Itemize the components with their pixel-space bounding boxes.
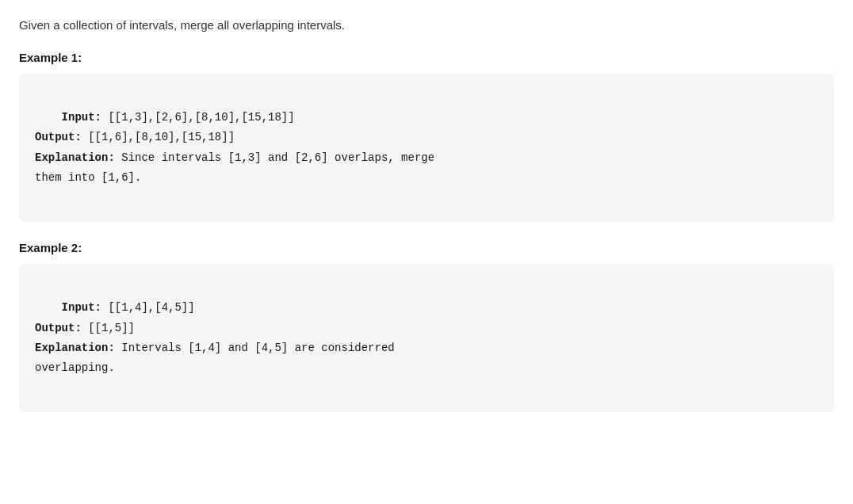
example1-section: Example 1: Input: [[1,3],[2,6],[8,10],[1… <box>19 51 834 222</box>
example2-input-label: Input: <box>62 301 101 314</box>
example1-heading: Example 1: <box>19 51 834 64</box>
example1-output-value: [[1,6],[8,10],[15,18]] <box>82 131 235 143</box>
example2-section: Example 2: Input: [[1,4],[4,5]] Output: … <box>19 241 834 412</box>
example2-output-value: [[1,5]] <box>82 322 135 334</box>
example2-code-block: Input: [[1,4],[4,5]] Output: [[1,5]] Exp… <box>19 264 834 412</box>
example2-explanation-label: Explanation: <box>35 342 115 354</box>
example2-output-label: Output: <box>35 322 82 334</box>
example2-input-value: [[1,4],[4,5]] <box>101 301 195 314</box>
example1-output-label: Output: <box>35 131 82 143</box>
example1-input-label: Input: <box>62 111 101 124</box>
problem-description: Given a collection of intervals, merge a… <box>19 16 834 35</box>
example1-code-block: Input: [[1,3],[2,6],[8,10],[15,18]] Outp… <box>19 74 834 222</box>
example1-input-value: [[1,3],[2,6],[8,10],[15,18]] <box>101 111 295 124</box>
example1-explanation-label: Explanation: <box>35 151 115 164</box>
example2-heading: Example 2: <box>19 241 834 254</box>
